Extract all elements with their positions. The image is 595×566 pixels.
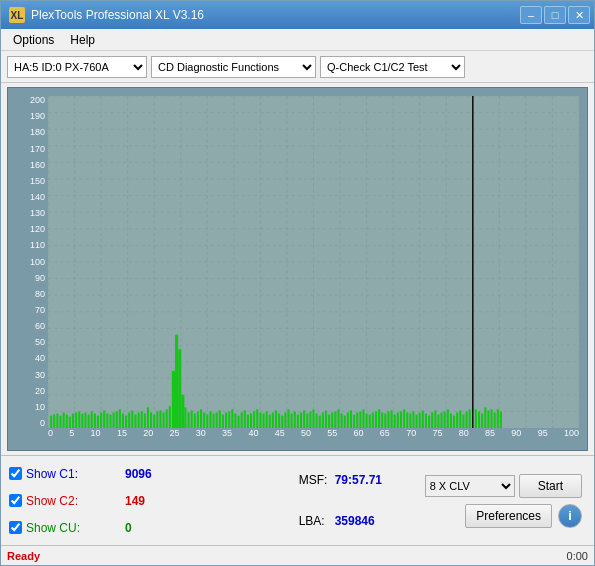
svg-rect-176 [466,411,468,428]
svg-rect-77 [156,411,158,428]
svg-rect-73 [144,413,146,428]
show-c1-checkbox[interactable] [9,467,22,480]
svg-rect-98 [222,415,224,428]
menu-options[interactable]: Options [5,31,62,49]
svg-rect-182 [487,410,489,428]
test-select[interactable]: Q-Check C1/C2 Test [320,56,465,78]
svg-rect-88 [191,410,193,428]
svg-rect-92 [203,412,205,428]
msf-value: 79:57.71 [335,473,382,487]
svg-rect-75 [150,412,152,428]
svg-rect-155 [400,411,402,428]
close-button[interactable]: ✕ [568,6,590,24]
svg-rect-112 [266,411,268,428]
svg-rect-81 [169,406,171,428]
start-button[interactable]: Start [519,474,582,498]
drive-select[interactable]: HA:5 ID:0 PX-760A [7,56,147,78]
preferences-button[interactable]: Preferences [465,504,552,528]
prefs-info-row: Preferences i [465,504,582,528]
window-title: PlexTools Professional XL V3.16 [31,8,204,22]
svg-rect-177 [469,409,471,428]
svg-rect-135 [337,409,339,428]
svg-rect-60 [103,410,105,428]
svg-rect-97 [219,410,221,428]
svg-rect-161 [419,412,421,428]
svg-rect-86 [184,407,186,428]
svg-rect-146 [372,412,374,428]
svg-rect-84 [178,349,181,428]
svg-rect-181 [484,407,486,428]
minimize-button[interactable]: – [520,6,542,24]
svg-rect-128 [316,413,318,428]
svg-rect-94 [209,411,211,428]
menu-help[interactable]: Help [62,31,103,49]
svg-rect-79 [163,412,165,428]
svg-rect-78 [159,410,161,428]
c1-value: 9096 [125,467,180,481]
show-c2-checkbox[interactable] [9,494,22,507]
svg-rect-130 [322,412,324,428]
svg-rect-67 [125,416,127,428]
show-cu-label: Show CU: [9,521,119,535]
svg-rect-105 [244,410,246,428]
function-select[interactable]: CD Diagnostic Functions [151,56,316,78]
svg-rect-186 [500,411,502,428]
lba-row: LBA: 359846 [299,514,425,528]
show-cu-checkbox[interactable] [9,521,22,534]
svg-rect-121 [294,411,296,428]
svg-rect-120 [291,413,293,428]
svg-rect-89 [194,413,196,428]
svg-rect-96 [216,412,218,428]
svg-rect-152 [391,410,393,428]
svg-rect-157 [406,412,408,428]
svg-rect-142 [359,411,361,428]
svg-rect-50 [72,413,74,428]
title-bar: XL PlexTools Professional XL V3.16 – □ ✕ [1,1,594,29]
svg-rect-180 [481,413,483,428]
svg-rect-109 [256,409,258,428]
svg-rect-173 [456,412,458,428]
maximize-button[interactable]: □ [544,6,566,24]
svg-rect-45 [56,413,58,428]
info-button[interactable]: i [558,504,582,528]
svg-rect-49 [69,417,71,428]
svg-rect-160 [416,415,418,428]
svg-rect-74 [147,407,149,428]
svg-rect-66 [122,413,124,428]
svg-rect-115 [275,410,277,428]
svg-rect-178 [475,409,477,428]
svg-rect-144 [366,413,368,428]
svg-rect-159 [412,411,414,428]
speed-select[interactable]: 8 X CLV [425,475,515,497]
svg-rect-48 [66,415,68,428]
svg-rect-165 [431,412,433,428]
svg-rect-139 [350,410,352,428]
svg-rect-150 [384,413,386,428]
svg-rect-53 [81,413,83,428]
msf-row: MSF: 79:57.71 [299,473,425,487]
svg-rect-57 [94,413,96,428]
svg-rect-55 [88,415,90,428]
svg-rect-170 [447,409,449,428]
lba-value: 359846 [335,514,375,528]
svg-rect-158 [409,413,411,428]
svg-rect-61 [106,413,108,428]
svg-rect-59 [100,412,102,428]
svg-rect-56 [91,411,93,428]
cu-row: Show CU: 0 [9,516,295,540]
svg-rect-68 [128,412,130,428]
bottom-panel: Show C1: 9096 Show C2: 149 Show CU: [1,455,594,545]
status-text: Ready [7,550,40,562]
chart-area: 0 10 20 30 40 50 60 70 80 90 100 110 120… [7,87,588,451]
svg-rect-47 [63,412,65,428]
svg-rect-122 [297,415,299,428]
svg-rect-179 [478,411,480,428]
svg-rect-82 [172,371,175,428]
svg-rect-126 [309,411,311,428]
svg-rect-129 [319,416,321,428]
svg-rect-110 [259,412,261,428]
svg-rect-133 [331,412,333,428]
svg-rect-108 [253,411,255,428]
status-bar: Ready 0:00 [1,545,594,565]
svg-rect-91 [200,409,202,428]
